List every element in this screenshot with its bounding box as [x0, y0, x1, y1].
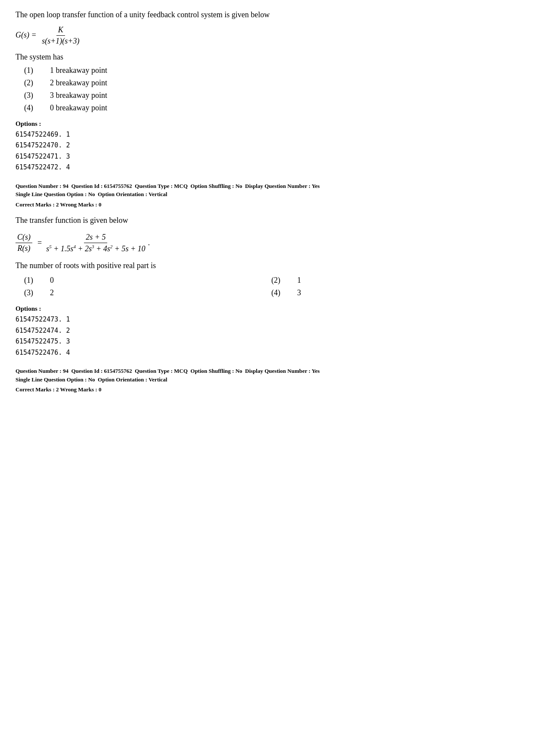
- option-ids-1: 61547522469. 1 61547522470. 2 6154752247…: [16, 129, 518, 173]
- question-2-section: The transfer function is given below C(s…: [16, 214, 518, 359]
- option-id: 61547522474. 2: [16, 325, 518, 337]
- formula-gs-label: G(s) =: [16, 30, 38, 39]
- question-1-options-list: (1) 1 breakaway point (2) 2 breakaway po…: [24, 66, 518, 112]
- list-item: (3) 3 breakaway point: [24, 91, 518, 100]
- list-item: (1) 0: [24, 276, 271, 285]
- question-1-section: The open loop transfer function of a uni…: [16, 9, 518, 173]
- roots-text: The number of roots with positive real p…: [16, 259, 518, 272]
- tf-lhs: C(s) R(s): [16, 233, 32, 253]
- fraction-gs: K s(s+1)(s+3): [40, 25, 81, 46]
- fraction-denominator: s(s+1)(s+3): [40, 36, 81, 46]
- list-item: (2) 2 breakaway point: [24, 78, 518, 87]
- option-id: 61547522476. 4: [16, 347, 518, 359]
- option-id: 61547522469. 1: [16, 129, 518, 141]
- list-item: (2) 1: [271, 276, 518, 285]
- correct-marks-2: Correct Marks : 2 Wrong Marks : 0: [16, 201, 518, 208]
- tf-rhs-numerator: 2s + 5: [84, 233, 107, 243]
- question-2-options-grid: (1) 0 (2) 1 (3) 2 (4) 3: [24, 276, 518, 297]
- question-2-intro: The transfer function is given below: [16, 214, 518, 227]
- tf-rhs: 2s + 5 s5 + 1.5s4 + 2s3 + 4s2 + 5s + 10: [44, 233, 147, 253]
- option-id: 61547522475. 3: [16, 336, 518, 347]
- options-label-2: Options :: [16, 305, 518, 312]
- tf-equals: =: [37, 238, 42, 247]
- options-label-1: Options :: [16, 120, 518, 128]
- option-id: 61547522473. 1: [16, 314, 518, 325]
- transfer-function-formula: C(s) R(s) = 2s + 5 s5 + 1.5s4 + 2s3 + 4s…: [16, 233, 518, 253]
- question-2-intro-text: The transfer function is given below: [16, 216, 128, 225]
- system-has-text: The system has: [16, 53, 518, 62]
- option-id: 61547522471. 3: [16, 151, 518, 162]
- fraction-numerator: K: [56, 25, 65, 36]
- option-ids-2: 61547522473. 1 61547522474. 2 6154752247…: [16, 314, 518, 358]
- option-id: 61547522470. 2: [16, 140, 518, 151]
- option-id: 61547522472. 4: [16, 162, 518, 173]
- question-1-intro: The open loop transfer function of a uni…: [16, 9, 518, 21]
- list-item: (4) 0 breakaway point: [24, 103, 518, 112]
- correct-marks-3: Correct Marks : 2 Wrong Marks : 0: [16, 386, 518, 393]
- tf-lhs-denominator: R(s): [16, 243, 32, 253]
- list-item: (3) 2: [24, 288, 271, 297]
- question-2-meta: Question Number : 94 Question Id : 61547…: [16, 182, 518, 199]
- period: .: [148, 238, 150, 247]
- question-1-intro-text: The open loop transfer function of a uni…: [16, 10, 270, 19]
- list-item: (4) 3: [271, 288, 518, 297]
- question-3-meta: Question Number : 94 Question Id : 61547…: [16, 367, 518, 384]
- tf-lhs-numerator: C(s): [16, 233, 32, 243]
- tf-rhs-denominator: s5 + 1.5s4 + 2s3 + 4s2 + 5s + 10: [44, 243, 147, 253]
- list-item: (1) 1 breakaway point: [24, 66, 518, 75]
- question-1-formula: G(s) = K s(s+1)(s+3): [16, 25, 518, 46]
